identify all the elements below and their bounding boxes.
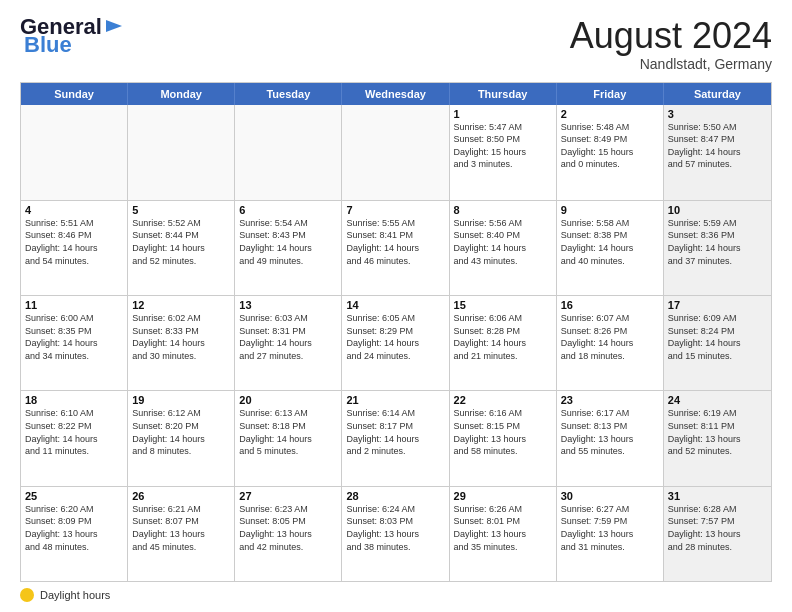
day-number: 13 (239, 299, 337, 311)
cell-info: Sunrise: 5:54 AMSunset: 8:43 PMDaylight:… (239, 217, 337, 267)
header-day-friday: Friday (557, 83, 664, 105)
calendar-cell: 25Sunrise: 6:20 AMSunset: 8:09 PMDayligh… (21, 487, 128, 581)
header-day-sunday: Sunday (21, 83, 128, 105)
calendar-body: 1Sunrise: 5:47 AMSunset: 8:50 PMDaylight… (21, 105, 771, 581)
day-number: 30 (561, 490, 659, 502)
calendar: SundayMondayTuesdayWednesdayThursdayFrid… (20, 82, 772, 582)
calendar-cell: 28Sunrise: 6:24 AMSunset: 8:03 PMDayligh… (342, 487, 449, 581)
day-number: 5 (132, 204, 230, 216)
day-number: 17 (668, 299, 767, 311)
calendar-cell: 19Sunrise: 6:12 AMSunset: 8:20 PMDayligh… (128, 391, 235, 485)
calendar-cell: 27Sunrise: 6:23 AMSunset: 8:05 PMDayligh… (235, 487, 342, 581)
day-number: 3 (668, 108, 767, 120)
day-number: 22 (454, 394, 552, 406)
cell-info: Sunrise: 6:26 AMSunset: 8:01 PMDaylight:… (454, 503, 552, 553)
day-number: 27 (239, 490, 337, 502)
day-number: 12 (132, 299, 230, 311)
calendar-cell: 22Sunrise: 6:16 AMSunset: 8:15 PMDayligh… (450, 391, 557, 485)
day-number: 20 (239, 394, 337, 406)
calendar-cell: 23Sunrise: 6:17 AMSunset: 8:13 PMDayligh… (557, 391, 664, 485)
calendar-row-5: 25Sunrise: 6:20 AMSunset: 8:09 PMDayligh… (21, 486, 771, 581)
calendar-cell: 6Sunrise: 5:54 AMSunset: 8:43 PMDaylight… (235, 201, 342, 295)
cell-info: Sunrise: 6:20 AMSunset: 8:09 PMDaylight:… (25, 503, 123, 553)
calendar-cell (342, 105, 449, 200)
calendar-cell: 16Sunrise: 6:07 AMSunset: 8:26 PMDayligh… (557, 296, 664, 390)
day-number: 15 (454, 299, 552, 311)
day-number: 31 (668, 490, 767, 502)
cell-info: Sunrise: 6:02 AMSunset: 8:33 PMDaylight:… (132, 312, 230, 362)
footer: Daylight hours (20, 588, 772, 602)
cell-info: Sunrise: 5:50 AMSunset: 8:47 PMDaylight:… (668, 121, 767, 171)
day-number: 21 (346, 394, 444, 406)
day-number: 6 (239, 204, 337, 216)
calendar-cell: 9Sunrise: 5:58 AMSunset: 8:38 PMDaylight… (557, 201, 664, 295)
cell-info: Sunrise: 6:14 AMSunset: 8:17 PMDaylight:… (346, 407, 444, 457)
cell-info: Sunrise: 6:09 AMSunset: 8:24 PMDaylight:… (668, 312, 767, 362)
calendar-cell: 29Sunrise: 6:26 AMSunset: 8:01 PMDayligh… (450, 487, 557, 581)
calendar-cell: 7Sunrise: 5:55 AMSunset: 8:41 PMDaylight… (342, 201, 449, 295)
day-number: 26 (132, 490, 230, 502)
day-number: 2 (561, 108, 659, 120)
cell-info: Sunrise: 6:23 AMSunset: 8:05 PMDaylight:… (239, 503, 337, 553)
calendar-cell: 20Sunrise: 6:13 AMSunset: 8:18 PMDayligh… (235, 391, 342, 485)
cell-info: Sunrise: 5:59 AMSunset: 8:36 PMDaylight:… (668, 217, 767, 267)
calendar-cell: 24Sunrise: 6:19 AMSunset: 8:11 PMDayligh… (664, 391, 771, 485)
header-day-wednesday: Wednesday (342, 83, 449, 105)
calendar-header: SundayMondayTuesdayWednesdayThursdayFrid… (21, 83, 771, 105)
daylight-label: Daylight hours (40, 589, 110, 601)
day-number: 14 (346, 299, 444, 311)
day-number: 9 (561, 204, 659, 216)
cell-info: Sunrise: 6:06 AMSunset: 8:28 PMDaylight:… (454, 312, 552, 362)
calendar-cell: 21Sunrise: 6:14 AMSunset: 8:17 PMDayligh… (342, 391, 449, 485)
calendar-cell (21, 105, 128, 200)
cell-info: Sunrise: 6:21 AMSunset: 8:07 PMDaylight:… (132, 503, 230, 553)
calendar-row-2: 4Sunrise: 5:51 AMSunset: 8:46 PMDaylight… (21, 200, 771, 295)
logo: General Blue (20, 16, 124, 56)
calendar-row-3: 11Sunrise: 6:00 AMSunset: 8:35 PMDayligh… (21, 295, 771, 390)
logo-blue: Blue (24, 34, 72, 56)
header-day-monday: Monday (128, 83, 235, 105)
calendar-cell: 13Sunrise: 6:03 AMSunset: 8:31 PMDayligh… (235, 296, 342, 390)
calendar-cell: 26Sunrise: 6:21 AMSunset: 8:07 PMDayligh… (128, 487, 235, 581)
calendar-cell: 5Sunrise: 5:52 AMSunset: 8:44 PMDaylight… (128, 201, 235, 295)
cell-info: Sunrise: 6:00 AMSunset: 8:35 PMDaylight:… (25, 312, 123, 362)
cell-info: Sunrise: 5:55 AMSunset: 8:41 PMDaylight:… (346, 217, 444, 267)
page: General Blue August 2024 Nandlstadt, Ger… (0, 0, 792, 612)
calendar-cell: 17Sunrise: 6:09 AMSunset: 8:24 PMDayligh… (664, 296, 771, 390)
cell-info: Sunrise: 5:56 AMSunset: 8:40 PMDaylight:… (454, 217, 552, 267)
day-number: 4 (25, 204, 123, 216)
header-day-thursday: Thursday (450, 83, 557, 105)
title-block: August 2024 Nandlstadt, Germany (570, 16, 772, 72)
cell-info: Sunrise: 6:24 AMSunset: 8:03 PMDaylight:… (346, 503, 444, 553)
calendar-cell: 8Sunrise: 5:56 AMSunset: 8:40 PMDaylight… (450, 201, 557, 295)
day-number: 28 (346, 490, 444, 502)
calendar-cell: 30Sunrise: 6:27 AMSunset: 7:59 PMDayligh… (557, 487, 664, 581)
cell-info: Sunrise: 6:03 AMSunset: 8:31 PMDaylight:… (239, 312, 337, 362)
day-number: 29 (454, 490, 552, 502)
cell-info: Sunrise: 5:48 AMSunset: 8:49 PMDaylight:… (561, 121, 659, 171)
cell-info: Sunrise: 6:19 AMSunset: 8:11 PMDaylight:… (668, 407, 767, 457)
cell-info: Sunrise: 6:10 AMSunset: 8:22 PMDaylight:… (25, 407, 123, 457)
day-number: 24 (668, 394, 767, 406)
cell-info: Sunrise: 6:05 AMSunset: 8:29 PMDaylight:… (346, 312, 444, 362)
cell-info: Sunrise: 6:16 AMSunset: 8:15 PMDaylight:… (454, 407, 552, 457)
month-title: August 2024 (570, 16, 772, 56)
day-number: 19 (132, 394, 230, 406)
cell-info: Sunrise: 6:07 AMSunset: 8:26 PMDaylight:… (561, 312, 659, 362)
calendar-row-4: 18Sunrise: 6:10 AMSunset: 8:22 PMDayligh… (21, 390, 771, 485)
day-number: 18 (25, 394, 123, 406)
calendar-cell: 10Sunrise: 5:59 AMSunset: 8:36 PMDayligh… (664, 201, 771, 295)
day-number: 10 (668, 204, 767, 216)
day-number: 25 (25, 490, 123, 502)
day-number: 11 (25, 299, 123, 311)
calendar-cell: 3Sunrise: 5:50 AMSunset: 8:47 PMDaylight… (664, 105, 771, 200)
cell-info: Sunrise: 5:58 AMSunset: 8:38 PMDaylight:… (561, 217, 659, 267)
sun-icon (20, 588, 34, 602)
day-number: 16 (561, 299, 659, 311)
calendar-cell (128, 105, 235, 200)
calendar-cell: 4Sunrise: 5:51 AMSunset: 8:46 PMDaylight… (21, 201, 128, 295)
location: Nandlstadt, Germany (570, 56, 772, 72)
day-number: 23 (561, 394, 659, 406)
header: General Blue August 2024 Nandlstadt, Ger… (20, 16, 772, 72)
svg-marker-0 (106, 20, 122, 32)
